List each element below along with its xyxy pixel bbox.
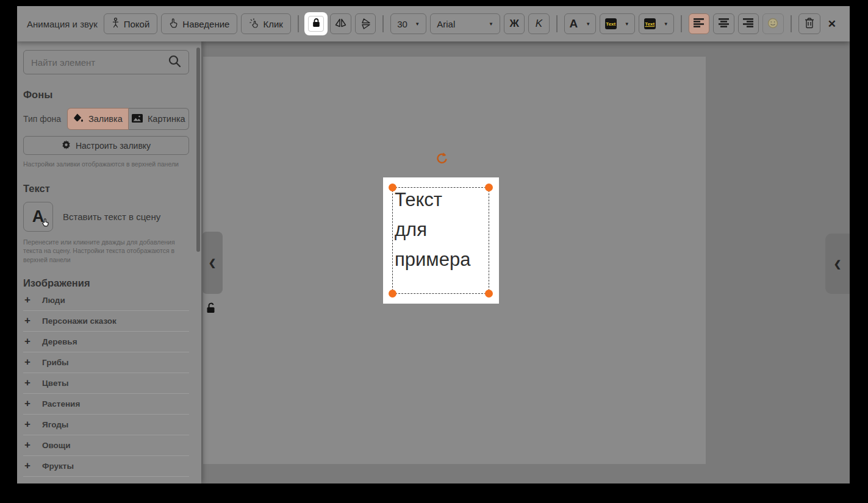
backgrounds-hint: Настройки заливки отображаются в верхней… (23, 160, 189, 168)
state-hover-label: Наведение (182, 19, 229, 29)
category-trees[interactable]: + Деревья (23, 332, 189, 352)
category-label: Цветы (42, 379, 68, 388)
italic-button[interactable]: K (528, 13, 549, 34)
state-click-label: Клик (263, 19, 282, 29)
text-stroke-color-icon: Text (644, 18, 656, 29)
background-fill-button[interactable]: Заливка (67, 108, 128, 130)
insert-text-button[interactable]: A (23, 202, 53, 232)
text-fill-color-icon: Text (605, 18, 617, 29)
category-vegetables[interactable]: + Овощи (23, 435, 189, 456)
background-type-row: Тип фона Заливка (23, 108, 189, 130)
state-rest-button[interactable]: Покой (104, 13, 158, 34)
category-label: Люди (42, 296, 65, 305)
sidebar: Фоны Тип фона Заливка (17, 41, 201, 483)
toolbar-divider (382, 15, 384, 32)
resize-handle-bottom-right[interactable] (485, 290, 493, 298)
align-right-icon (743, 18, 753, 29)
category-berries[interactable]: + Ягоды (23, 415, 189, 435)
resize-handle-top-right[interactable] (485, 184, 493, 191)
font-family-value: Arial (437, 19, 455, 29)
hover-hand-icon (169, 18, 178, 30)
delete-button[interactable] (798, 13, 820, 34)
sidebar-scrollbar[interactable] (196, 48, 200, 252)
insert-text-row: A Вставить текст в сцену (23, 202, 189, 232)
editor-window: Анимация и звук Покой Наведение (17, 6, 850, 483)
plus-icon: + (24, 439, 33, 451)
category-flowers[interactable]: + Цветы (23, 373, 189, 394)
font-size-select[interactable]: 30 ▼ (390, 13, 426, 34)
category-animals[interactable]: + Животные (23, 477, 189, 483)
gear-icon (62, 140, 71, 151)
smiley-icon (767, 18, 778, 30)
category-fruits[interactable]: + Фрукты (23, 456, 189, 477)
chevron-left-icon: ❮ (834, 259, 842, 269)
text-fill-color-button[interactable]: Text ▼ (600, 13, 635, 34)
person-icon (112, 18, 120, 30)
rotate-handle-icon[interactable] (434, 151, 449, 168)
paint-fill-icon (73, 113, 84, 124)
background-image-button[interactable]: Картинка (129, 108, 189, 130)
selected-text-element[interactable]: Текст для примера (383, 177, 499, 304)
background-type-label: Тип фона (23, 114, 61, 124)
close-icon: ✕ (828, 18, 836, 30)
category-fairy-tale-characters[interactable]: + Персонажи сказок (23, 311, 189, 332)
text-line: Текст (395, 185, 470, 215)
plus-icon: + (24, 356, 33, 368)
toolbar-divider (791, 15, 792, 32)
plus-icon: + (24, 377, 33, 389)
search-icon[interactable] (168, 54, 181, 70)
configure-fill-button[interactable]: Настроить заливку (23, 136, 189, 155)
align-left-button[interactable] (689, 13, 709, 34)
chevron-down-icon: ▼ (625, 21, 629, 27)
toolbar-divider (681, 15, 682, 32)
state-click-button[interactable]: Клик (241, 13, 290, 34)
plus-icon: + (24, 294, 33, 306)
bold-button[interactable]: Ж (504, 13, 525, 34)
align-center-button[interactable] (713, 13, 734, 34)
trash-icon (805, 18, 814, 30)
plus-icon: + (24, 335, 33, 348)
lock-icon (312, 18, 321, 30)
chevron-down-icon: ▼ (489, 21, 493, 27)
category-label: Ягоды (42, 420, 68, 429)
chevron-left-icon: ❮ (209, 257, 217, 268)
click-cursor-icon (249, 18, 259, 30)
close-button[interactable]: ✕ (824, 18, 840, 30)
plus-icon: + (24, 315, 33, 327)
italic-icon: K (536, 18, 542, 30)
search-input[interactable] (31, 57, 168, 68)
collapse-right-panel-tab[interactable]: ❮ (825, 234, 850, 294)
plus-icon: + (24, 460, 33, 472)
state-hover-button[interactable]: Наведение (161, 13, 237, 34)
resize-handle-bottom-left[interactable] (389, 290, 396, 298)
category-label: Животные (42, 482, 85, 483)
font-color-icon: A (569, 17, 578, 30)
align-right-button[interactable] (738, 13, 759, 34)
text-stroke-color-button[interactable]: Text ▼ (639, 13, 674, 34)
unlock-icon[interactable] (205, 302, 217, 316)
toolbar-divider (298, 15, 299, 32)
text-element-content[interactable]: Текст для примера (395, 185, 470, 274)
text-line: примера (395, 244, 470, 274)
category-label: Деревья (42, 337, 77, 346)
chevron-down-icon: ▼ (664, 21, 669, 27)
bold-icon: Ж (509, 18, 518, 30)
font-color-button[interactable]: A ▼ (564, 13, 596, 34)
emoji-button[interactable] (762, 13, 783, 34)
category-mushrooms[interactable]: + Грибы (23, 352, 189, 373)
collapse-left-panel-tab[interactable]: ❮ (202, 232, 223, 294)
search-box (23, 50, 189, 74)
plus-icon: + (24, 480, 33, 483)
text-section-hint: Перенесите или кликните дважды для добав… (23, 238, 181, 264)
category-people[interactable]: + Люди (23, 290, 189, 311)
category-label: Растения (42, 399, 80, 408)
flip-vertical-button[interactable] (355, 13, 376, 34)
category-plants[interactable]: + Растения (23, 394, 189, 415)
toolbar-section-label: Анимация и звук (27, 19, 98, 29)
text-section-title: Текст (23, 183, 189, 194)
category-label: Грибы (42, 358, 69, 367)
font-family-select[interactable]: Arial ▼ (430, 13, 500, 34)
lock-button[interactable] (306, 13, 326, 34)
flip-horizontal-button[interactable] (330, 13, 351, 34)
images-section-title: Изображения (23, 277, 189, 289)
